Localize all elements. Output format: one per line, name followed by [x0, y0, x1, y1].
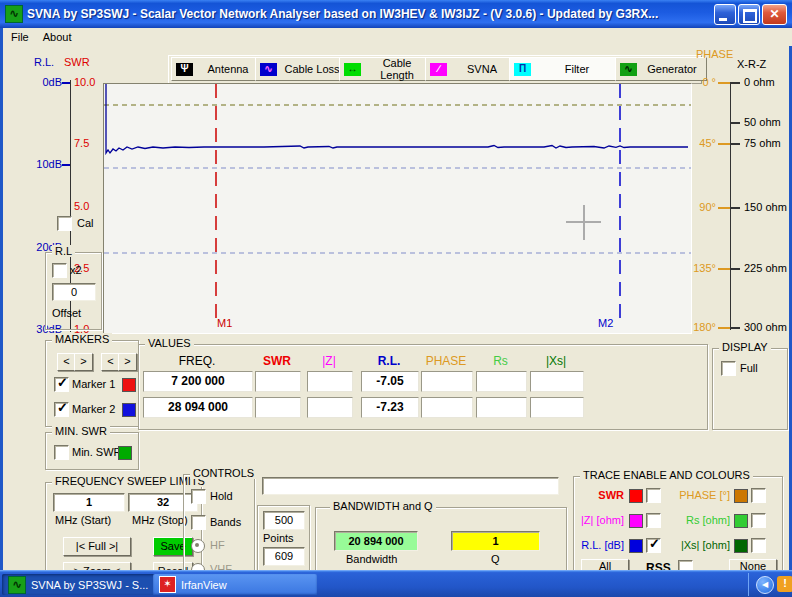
trace-swr-swatch[interactable] — [629, 489, 643, 503]
value-xs-2[interactable] — [530, 397, 584, 418]
minimize-button[interactable] — [714, 4, 736, 25]
phase-tick-label: 45° — [686, 137, 716, 149]
marker1-color-swatch[interactable] — [122, 378, 136, 392]
value-freq-1[interactable]: 7 200 000 — [143, 371, 253, 392]
trace-swr-checkbox[interactable] — [646, 488, 661, 503]
value-freq-2[interactable]: 28 094 000 — [143, 397, 253, 418]
minimize-icon — [719, 18, 727, 21]
value-phase-1[interactable] — [421, 371, 473, 392]
trace-rs-swatch[interactable] — [734, 514, 748, 528]
menu-file[interactable]: File — [11, 31, 29, 43]
controls-title: CONTROLS — [190, 467, 257, 479]
bands-checkbox[interactable] — [191, 515, 206, 530]
maximize-icon — [743, 9, 757, 23]
app-icon: ∿ — [5, 5, 23, 23]
value-z-2[interactable] — [307, 397, 353, 418]
sweep-group: FREQUENCY SWEEP LIMITS 1 32 MHz (Start) … — [45, 482, 202, 572]
value-swr-1[interactable] — [255, 371, 301, 392]
filter-button[interactable]: Π Filter — [509, 57, 623, 81]
cable-loss-button[interactable]: ∿ Cable Loss — [255, 57, 347, 81]
rl-axis-tick — [62, 82, 70, 84]
hf-label: HF — [210, 539, 225, 551]
close-button[interactable]: ✕ — [762, 4, 787, 25]
svna-button[interactable]: ∕ SVNA — [425, 57, 517, 81]
marker1-checkbox[interactable] — [54, 377, 69, 392]
trace-rs-checkbox[interactable] — [751, 513, 766, 528]
antenna-label: Antenna — [198, 63, 258, 75]
value-rs-2[interactable] — [476, 397, 527, 418]
trace-rs-label: Rs [ohm] — [670, 514, 730, 526]
taskbar-task-svna[interactable]: ∿ SVNA by SP3SWJ - S... — [2, 574, 160, 595]
sweep-start-input[interactable]: 1 — [53, 493, 125, 512]
marker2-checkbox[interactable] — [54, 402, 69, 417]
values-header-swr: SWR — [255, 354, 299, 368]
irfanview-icon: ✶ — [159, 576, 176, 593]
marker1-label[interactable]: M1 — [217, 317, 232, 329]
trace-z-label: |Z| [ohm] — [574, 514, 624, 526]
hold-label: Hold — [210, 490, 233, 502]
message-textbox[interactable] — [262, 477, 559, 495]
values-group: VALUES FREQ. SWR |Z| R.L. PHASE Rs |Xs| … — [138, 344, 708, 430]
phase-tick-label: 135° — [686, 262, 716, 274]
full-span-button[interactable]: |< Full >| — [63, 537, 131, 556]
trace-z-swatch[interactable] — [629, 514, 643, 528]
value-rl-1[interactable]: -7.05 — [361, 371, 419, 392]
min-swr-label: Min. SWR — [72, 446, 122, 458]
value-xs-1[interactable] — [530, 371, 584, 392]
trace-xs-swatch[interactable] — [734, 539, 748, 553]
hf-radio[interactable] — [191, 539, 205, 553]
trace-rl-checkbox[interactable] — [646, 538, 661, 553]
rl-x2-checkbox[interactable] — [52, 263, 67, 278]
filter-label: Filter — [536, 63, 618, 75]
rl-offset-label: Offset — [52, 307, 81, 319]
marker2-label: Marker 2 — [72, 403, 115, 415]
trace-swr-label: SWR — [574, 489, 624, 501]
min-swr-checkbox[interactable] — [54, 445, 69, 460]
steps-input[interactable]: 609 — [263, 547, 305, 566]
value-rl-2[interactable]: -7.23 — [361, 397, 419, 418]
trace-xs-checkbox[interactable] — [751, 538, 766, 553]
rl-offset-title: R.L — [52, 245, 75, 257]
taskbar-task-irfanview[interactable]: ✶ IrfanView — [153, 574, 317, 595]
points-input[interactable]: 500 — [263, 511, 305, 530]
plot-area[interactable]: M1 M2 — [103, 83, 692, 334]
ohm-tick — [730, 122, 740, 124]
swr-axis-title: SWR — [64, 56, 90, 68]
cal-checkbox[interactable] — [57, 216, 72, 231]
ohm-tick-label: 0 ohm — [744, 76, 775, 88]
menu-about[interactable]: About — [43, 31, 72, 43]
trace-phase-checkbox[interactable] — [751, 488, 766, 503]
values-header-freq: FREQ. — [143, 354, 251, 368]
trace-z-checkbox[interactable] — [646, 513, 661, 528]
value-swr-2[interactable] — [255, 397, 301, 418]
tray-collapse-icon[interactable]: ◀ — [756, 576, 774, 594]
title-bar[interactable]: ∿ SVNA by SP3SWJ - Scalar Vector Network… — [0, 0, 792, 28]
phase-tick — [718, 327, 730, 329]
value-rs-1[interactable] — [476, 371, 527, 392]
antenna-button[interactable]: Ψ Antenna — [171, 57, 263, 81]
min-swr-color-swatch[interactable] — [118, 446, 132, 460]
points-label: Points — [263, 532, 294, 544]
marker2-label[interactable]: M2 — [598, 317, 613, 329]
hold-checkbox[interactable] — [191, 489, 206, 504]
marker2-next-button[interactable]: > — [118, 353, 137, 371]
cable-length-button[interactable]: ↔ Cable Length — [339, 57, 433, 81]
maximize-button[interactable] — [738, 4, 760, 25]
tray-alert-icon[interactable]: ! — [777, 576, 792, 592]
svna-icon: ∕ — [430, 63, 447, 76]
value-z-1[interactable] — [307, 371, 353, 392]
trace-rl-swatch[interactable] — [629, 539, 643, 553]
phase-tick-label: 0 ° — [686, 76, 716, 88]
rl-x2-label: x2 — [70, 264, 82, 276]
trace-phase-swatch[interactable] — [734, 489, 748, 503]
svna-task-label: SVNA by SP3SWJ - S... — [31, 579, 148, 591]
marker1-next-button[interactable]: > — [74, 353, 93, 371]
marker2-color-swatch[interactable] — [122, 403, 136, 417]
values-header-rs: Rs — [476, 354, 525, 368]
rl-offset-input[interactable]: 0 — [52, 283, 96, 301]
display-full-checkbox[interactable] — [721, 361, 736, 376]
q-label: Q — [491, 553, 500, 565]
value-phase-2[interactable] — [421, 397, 473, 418]
ohm-tick — [730, 207, 740, 209]
generator-label: Generator — [642, 63, 702, 75]
